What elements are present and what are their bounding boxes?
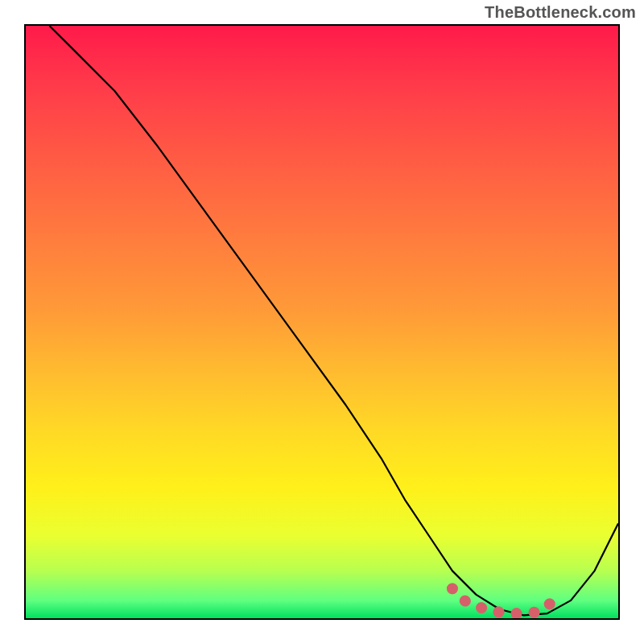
- bottleneck-curve: [49, 26, 618, 615]
- watermark-text: TheBottleneck.com: [485, 3, 636, 22]
- chart-container: TheBottleneck.com: [0, 0, 644, 644]
- plot-frame: [24, 24, 620, 620]
- plot-svg: [26, 26, 618, 618]
- optimal-region-dot-path: [452, 588, 559, 613]
- optimal-region-dots: [452, 588, 559, 613]
